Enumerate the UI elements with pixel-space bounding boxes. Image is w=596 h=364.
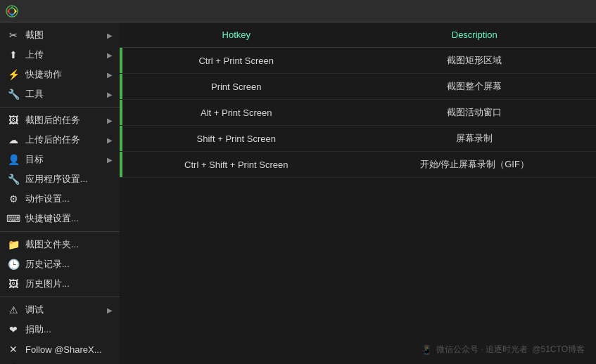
table-row[interactable]: Ctrl + Print Screen截图矩形区域 [120, 48, 596, 74]
watermark-sub: @51CTO博客 [532, 344, 585, 356]
table-row[interactable]: Ctrl + Shift + Print Screen开始/停止屏幕录制（GIF… [120, 152, 596, 178]
screenshot-folder-label: 截图文件夹... [25, 238, 113, 251]
image-history-icon: 🖼 [7, 278, 20, 290]
sidebar-item-image-history[interactable]: 🖼历史图片... [0, 274, 120, 294]
history-label: 历史记录... [25, 258, 113, 271]
sidebar-item-debug[interactable]: ⚠调试▶ [0, 300, 120, 320]
sidebar-item-destination[interactable]: 👤目标▶ [0, 150, 120, 169]
destination-arrow-icon: ▶ [107, 156, 113, 164]
description-cell: 屏幕录制 [353, 126, 596, 152]
hotkey-cell: Shift + Print Screen [120, 126, 353, 152]
sidebar-item-donate[interactable]: ❤捐助... [0, 320, 120, 339]
after-capture-icon: 🖼 [7, 114, 20, 126]
history-icon: 🕒 [7, 258, 20, 271]
sidebar-item-action-settings[interactable]: ⚙动作设置... [0, 189, 120, 209]
titlebar [0, 0, 596, 22]
hotkey-key-text: Print Screen [211, 82, 262, 92]
destination-icon: 👤 [7, 153, 20, 166]
content-area: Hotkey Description Ctrl + Print Screen截图… [120, 22, 596, 364]
sidebar-item-after-upload[interactable]: ☁上传后的任务▶ [0, 130, 120, 150]
hotkey-table: Hotkey Description Ctrl + Print Screen截图… [120, 22, 596, 178]
destination-label: 目标 [25, 153, 107, 166]
follow-icon: ✕ [7, 343, 20, 356]
sidebar-item-quickactions[interactable]: ⚡快捷动作▶ [0, 65, 120, 84]
app-settings-icon: 🔧 [7, 173, 20, 186]
capture-icon: ✂ [7, 29, 20, 41]
screenshot-folder-icon: 📁 [7, 238, 20, 251]
tools-arrow-icon: ▶ [107, 91, 113, 98]
hotkey-cell: Alt + Print Screen [120, 100, 353, 126]
table-row[interactable]: Print Screen截图整个屏幕 [120, 74, 596, 100]
hotkey-settings-icon: ⌨ [7, 212, 20, 225]
table-row[interactable]: Shift + Print Screen屏幕录制 [120, 126, 596, 152]
main-area: ✂截图▶⬆上传▶⚡快捷动作▶🔧工具▶🖼截图后的任务▶☁上传后的任务▶👤目标▶🔧应… [0, 22, 596, 364]
capture-arrow-icon: ▶ [107, 32, 113, 39]
menu-separator [0, 231, 120, 232]
hotkey-key-text: Ctrl + Shift + Print Screen [184, 160, 288, 170]
menu-separator [0, 297, 120, 297]
description-cell: 截图矩形区域 [353, 48, 596, 74]
table-row[interactable]: Alt + Print Screen截图活动窗口 [120, 100, 596, 126]
sidebar-item-follow[interactable]: ✕Follow @ShareX... [0, 339, 120, 359]
debug-arrow-icon: ▶ [107, 306, 113, 314]
sidebar-item-app-settings[interactable]: 🔧应用程序设置... [0, 169, 120, 189]
tools-label: 工具 [25, 88, 107, 100]
sidebar-item-capture[interactable]: ✂截图▶ [0, 25, 120, 45]
app-settings-label: 应用程序设置... [25, 173, 113, 186]
green-bar-indicator [120, 126, 122, 151]
action-settings-label: 动作设置... [25, 193, 113, 205]
maximize-button[interactable] [544, 1, 566, 21]
sidebar-item-hotkey-settings[interactable]: ⌨快捷键设置... [0, 209, 120, 228]
titlebar-left [6, 5, 24, 18]
minimize-button[interactable] [520, 1, 543, 21]
image-history-label: 历史图片... [25, 278, 113, 290]
sidebar-item-tools[interactable]: 🔧工具▶ [0, 84, 120, 104]
hotkey-cell: Ctrl + Print Screen [120, 48, 353, 74]
sidebar-item-discord[interactable]: 💬Discord... [0, 359, 120, 364]
green-bar-indicator [120, 100, 122, 125]
after-capture-label: 截图后的任务 [25, 114, 107, 126]
hotkey-settings-label: 快捷键设置... [25, 212, 113, 225]
capture-label: 截图 [25, 29, 107, 41]
donate-label: 捐助... [25, 323, 113, 336]
debug-icon: ⚠ [7, 304, 20, 316]
upload-arrow-icon: ▶ [107, 51, 113, 59]
app-logo-icon [6, 5, 18, 18]
hotkey-key-text: Ctrl + Print Screen [198, 56, 274, 66]
description-column-header: Description [353, 22, 596, 48]
menu-separator [0, 107, 120, 108]
close-button[interactable] [568, 1, 590, 21]
upload-label: 上传 [25, 48, 107, 61]
green-bar-indicator [120, 152, 122, 177]
sidebar-item-after-capture[interactable]: 🖼截图后的任务▶ [0, 110, 120, 130]
watermark-icon: 📱 [421, 345, 432, 355]
table-header-row: Hotkey Description [120, 22, 596, 48]
description-cell: 开始/停止屏幕录制（GIF） [353, 152, 596, 178]
after-capture-arrow-icon: ▶ [107, 117, 113, 124]
window-controls [520, 1, 590, 21]
sidebar-item-screenshot-folder[interactable]: 📁截图文件夹... [0, 235, 120, 254]
sidebar-item-upload[interactable]: ⬆上传▶ [0, 45, 120, 65]
quickactions-label: 快捷动作 [25, 68, 107, 81]
hotkey-key-text: Alt + Print Screen [201, 108, 272, 118]
donate-icon: ❤ [7, 323, 20, 336]
hotkey-cell: Print Screen [120, 74, 353, 100]
hotkey-cell: Ctrl + Shift + Print Screen [120, 152, 353, 178]
after-upload-icon: ☁ [7, 134, 20, 146]
sidebar: ✂截图▶⬆上传▶⚡快捷动作▶🔧工具▶🖼截图后的任务▶☁上传后的任务▶👤目标▶🔧应… [0, 22, 120, 364]
quickactions-icon: ⚡ [7, 68, 20, 81]
description-cell: 截图整个屏幕 [353, 74, 596, 100]
upload-icon: ⬆ [7, 48, 20, 61]
watermark: 📱 微信公众号 · 追逐时光者 @51CTO博客 [421, 344, 585, 356]
hotkey-column-header: Hotkey [120, 22, 353, 48]
debug-label: 调试 [25, 304, 107, 316]
watermark-text: 微信公众号 · 追逐时光者 [436, 344, 528, 356]
hotkey-key-text: Shift + Print Screen [197, 134, 276, 144]
quickactions-arrow-icon: ▶ [107, 71, 113, 79]
description-cell: 截图活动窗口 [353, 100, 596, 126]
action-settings-icon: ⚙ [7, 193, 20, 205]
green-bar-indicator [120, 74, 122, 99]
green-bar-indicator [120, 48, 122, 73]
after-upload-arrow-icon: ▶ [107, 136, 113, 144]
sidebar-item-history[interactable]: 🕒历史记录... [0, 254, 120, 274]
